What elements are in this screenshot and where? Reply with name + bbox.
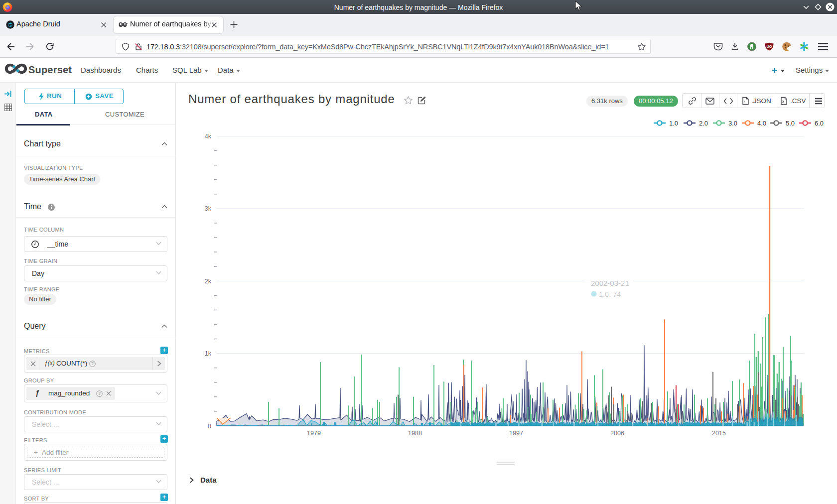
svg-text:5.0: 5.0 — [786, 120, 795, 127]
svg-text:2006: 2006 — [610, 430, 624, 437]
svg-text:1k: 1k — [205, 350, 212, 357]
svg-text:2015: 2015 — [712, 430, 726, 437]
svg-text:4k: 4k — [205, 133, 212, 140]
svg-text:2002-03-21: 2002-03-21 — [591, 279, 629, 287]
svg-text:1.0: 74: 1.0: 74 — [599, 290, 621, 298]
svg-text:2k: 2k — [205, 278, 212, 285]
svg-text:1979: 1979 — [307, 430, 321, 437]
svg-text:1988: 1988 — [408, 430, 422, 437]
svg-text:2.0: 2.0 — [699, 120, 708, 127]
svg-text:0: 0 — [208, 423, 211, 430]
svg-text:3.0: 3.0 — [728, 120, 737, 127]
svg-text:UO: UO — [766, 44, 772, 49]
svg-text:4.0: 4.0 — [757, 120, 766, 127]
svg-text:3k: 3k — [205, 205, 212, 212]
svg-text:?: ? — [98, 391, 101, 396]
svg-text:1997: 1997 — [509, 430, 523, 437]
svg-text:6.0: 6.0 — [815, 120, 824, 127]
svg-text:?: ? — [91, 361, 94, 366]
svg-text:1.0: 1.0 — [669, 120, 678, 127]
